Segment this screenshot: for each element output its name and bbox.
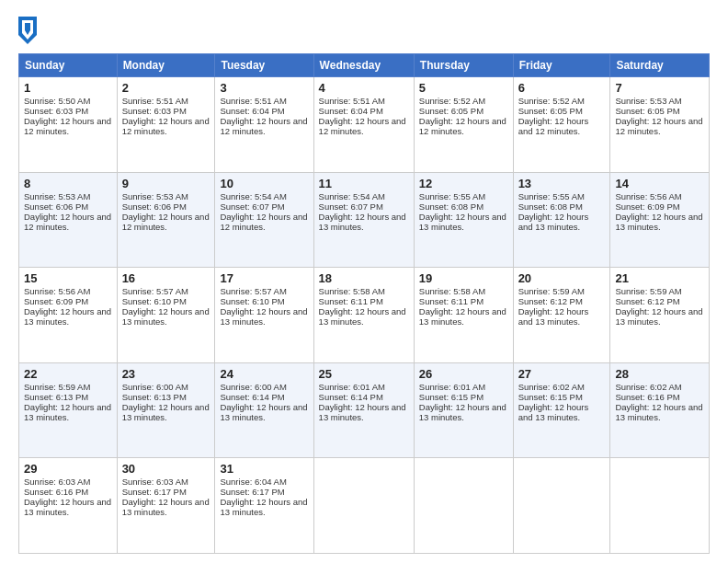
sunset-label: Sunset: 6:06 PM xyxy=(122,201,187,212)
sunset-label: Sunset: 6:08 PM xyxy=(419,201,483,212)
logo xyxy=(18,17,40,44)
sunrise-label: Sunrise: 5:52 AM xyxy=(419,96,485,106)
weekday-header-thursday: Thursday xyxy=(414,54,513,77)
sunrise-label: Sunrise: 5:57 AM xyxy=(220,286,286,296)
day-number: 7 xyxy=(615,81,704,95)
sunset-label: Sunset: 6:13 PM xyxy=(24,392,88,402)
daylight-label: Daylight: 12 hours and 12 minutes. xyxy=(122,212,210,232)
sunrise-label: Sunrise: 5:56 AM xyxy=(615,191,681,201)
sunset-label: Sunset: 6:16 PM xyxy=(615,392,679,402)
day-number: 20 xyxy=(518,271,606,285)
daylight-label: Daylight: 12 hours and 12 minutes. xyxy=(220,116,307,136)
day-number: 6 xyxy=(518,81,606,95)
weekday-header-tuesday: Tuesday xyxy=(215,54,313,77)
week-row-4: 22Sunrise: 5:59 AMSunset: 6:13 PMDayligh… xyxy=(19,362,710,458)
daylight-label: Daylight: 12 hours and 12 minutes. xyxy=(419,116,506,136)
day-number: 9 xyxy=(122,177,210,190)
day-cell-7: 7Sunrise: 5:53 AMSunset: 6:05 PMDaylight… xyxy=(610,77,710,173)
daylight-label: Daylight: 12 hours and 13 minutes. xyxy=(319,402,406,422)
sunset-label: Sunset: 6:05 PM xyxy=(518,106,583,116)
daylight-label: Daylight: 12 hours and 12 minutes. xyxy=(24,116,111,136)
day-number: 23 xyxy=(122,367,210,381)
daylight-label: Daylight: 12 hours and 13 minutes. xyxy=(419,402,506,422)
sunset-label: Sunset: 6:05 PM xyxy=(419,106,483,116)
day-cell-14: 14Sunrise: 5:56 AMSunset: 6:09 PMDayligh… xyxy=(610,172,710,268)
sunset-label: Sunset: 6:04 PM xyxy=(319,106,383,116)
day-cell-5: 5Sunrise: 5:52 AMSunset: 6:05 PMDaylight… xyxy=(414,77,513,173)
day-number: 3 xyxy=(220,81,308,95)
day-cell-8: 8Sunrise: 5:53 AMSunset: 6:06 PMDaylight… xyxy=(19,172,118,268)
weekday-header-sunday: Sunday xyxy=(19,54,118,77)
day-number: 29 xyxy=(24,462,112,476)
sunset-label: Sunset: 6:04 PM xyxy=(220,106,284,116)
empty-cell xyxy=(610,458,710,554)
sunset-label: Sunset: 6:15 PM xyxy=(518,392,583,402)
logo-icon xyxy=(18,17,37,44)
empty-cell xyxy=(313,458,414,554)
daylight-label: Daylight: 12 hours and 13 minutes. xyxy=(220,306,307,327)
daylight-label: Daylight: 12 hours and 13 minutes. xyxy=(419,306,506,327)
day-number: 4 xyxy=(319,81,409,95)
sunrise-label: Sunrise: 5:56 AM xyxy=(24,286,90,296)
day-cell-18: 18Sunrise: 5:58 AMSunset: 6:11 PMDayligh… xyxy=(313,268,414,363)
day-number: 15 xyxy=(24,271,112,285)
sunset-label: Sunset: 6:11 PM xyxy=(419,296,483,306)
day-cell-24: 24Sunrise: 6:00 AMSunset: 6:14 PMDayligh… xyxy=(215,362,313,458)
sunset-label: Sunset: 6:16 PM xyxy=(24,487,88,497)
day-number: 25 xyxy=(319,367,409,381)
week-row-1: 1Sunrise: 5:50 AMSunset: 6:03 PMDaylight… xyxy=(19,77,710,173)
day-number: 12 xyxy=(419,177,508,190)
day-cell-20: 20Sunrise: 5:59 AMSunset: 6:12 PMDayligh… xyxy=(513,268,610,363)
sunset-label: Sunset: 6:14 PM xyxy=(220,392,284,402)
sunrise-label: Sunrise: 6:02 AM xyxy=(518,382,585,392)
day-cell-23: 23Sunrise: 6:00 AMSunset: 6:13 PMDayligh… xyxy=(117,362,215,458)
daylight-label: Daylight: 12 hours and 13 minutes. xyxy=(615,212,702,232)
sunrise-label: Sunrise: 6:00 AM xyxy=(122,382,188,392)
sunrise-label: Sunrise: 5:52 AM xyxy=(518,96,585,106)
sunrise-label: Sunrise: 6:00 AM xyxy=(220,382,286,392)
day-number: 19 xyxy=(419,271,508,285)
sunrise-label: Sunrise: 5:55 AM xyxy=(518,191,585,201)
day-number: 31 xyxy=(220,462,308,476)
day-number: 10 xyxy=(220,177,308,190)
daylight-label: Daylight: 12 hours and 13 minutes. xyxy=(615,306,702,327)
day-cell-11: 11Sunrise: 5:54 AMSunset: 6:07 PMDayligh… xyxy=(313,172,414,268)
day-cell-2: 2Sunrise: 5:51 AMSunset: 6:03 PMDaylight… xyxy=(117,77,215,173)
sunrise-label: Sunrise: 5:54 AM xyxy=(319,191,385,201)
day-number: 22 xyxy=(24,367,112,381)
day-cell-10: 10Sunrise: 5:54 AMSunset: 6:07 PMDayligh… xyxy=(215,172,313,268)
sunset-label: Sunset: 6:03 PM xyxy=(122,106,187,116)
sunset-label: Sunset: 6:06 PM xyxy=(24,201,88,212)
day-number: 27 xyxy=(518,367,606,381)
daylight-label: Daylight: 12 hours and 13 minutes. xyxy=(220,497,307,517)
sunrise-label: Sunrise: 5:54 AM xyxy=(220,191,286,201)
day-cell-22: 22Sunrise: 5:59 AMSunset: 6:13 PMDayligh… xyxy=(19,362,118,458)
daylight-label: Daylight: 12 hours and 12 minutes. xyxy=(122,116,210,136)
empty-cell xyxy=(513,458,610,554)
sunset-label: Sunset: 6:17 PM xyxy=(122,487,187,497)
day-cell-4: 4Sunrise: 5:51 AMSunset: 6:04 PMDaylight… xyxy=(313,77,414,173)
sunset-label: Sunset: 6:09 PM xyxy=(615,201,679,212)
daylight-label: Daylight: 12 hours and 13 minutes. xyxy=(319,306,406,327)
day-number: 26 xyxy=(419,367,508,381)
daylight-label: Daylight: 12 hours and 12 minutes. xyxy=(518,116,589,136)
weekday-header-monday: Monday xyxy=(117,54,215,77)
daylight-label: Daylight: 12 hours and 13 minutes. xyxy=(122,306,210,327)
daylight-label: Daylight: 12 hours and 13 minutes. xyxy=(220,402,307,422)
sunrise-label: Sunrise: 5:57 AM xyxy=(122,286,188,296)
sunrise-label: Sunrise: 6:04 AM xyxy=(220,477,286,487)
day-number: 17 xyxy=(220,271,308,285)
daylight-label: Daylight: 12 hours and 12 minutes. xyxy=(615,116,702,136)
day-number: 21 xyxy=(615,271,704,285)
sunset-label: Sunset: 6:03 PM xyxy=(24,106,88,116)
day-cell-3: 3Sunrise: 5:51 AMSunset: 6:04 PMDaylight… xyxy=(215,77,313,173)
daylight-label: Daylight: 12 hours and 13 minutes. xyxy=(24,402,111,422)
daylight-label: Daylight: 12 hours and 12 minutes. xyxy=(319,116,406,136)
daylight-label: Daylight: 12 hours and 13 minutes. xyxy=(24,306,111,327)
page: SundayMondayTuesdayWednesdayThursdayFrid… xyxy=(0,0,728,563)
sunrise-label: Sunrise: 5:50 AM xyxy=(24,96,90,106)
daylight-label: Daylight: 12 hours and 12 minutes. xyxy=(220,212,307,232)
daylight-label: Daylight: 12 hours and 13 minutes. xyxy=(615,402,702,422)
day-cell-12: 12Sunrise: 5:55 AMSunset: 6:08 PMDayligh… xyxy=(414,172,513,268)
day-cell-29: 29Sunrise: 6:03 AMSunset: 6:16 PMDayligh… xyxy=(19,458,118,554)
